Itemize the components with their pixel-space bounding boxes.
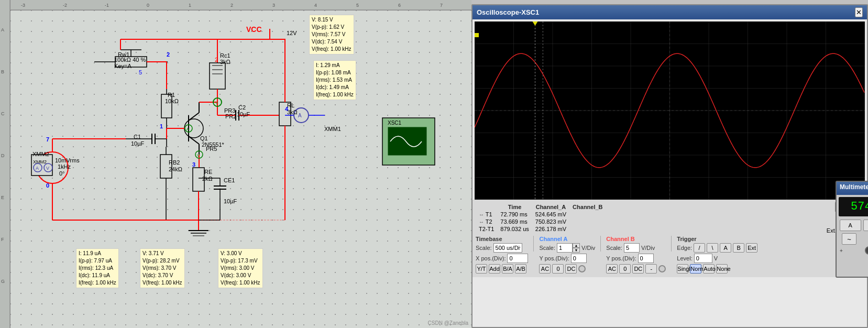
osc-settings-row: Timebase Scale: X pos.(Div): Y/T Add B/A…	[476, 236, 864, 274]
rl-value: 3kΩ	[287, 109, 298, 115]
timebase-scale-label: Scale:	[476, 245, 492, 251]
cha-ac-btn[interactable]: AC	[539, 264, 551, 274]
mm-title-bar: Multimeter-XMM1 ✕	[837, 182, 868, 195]
chb-scale-input[interactable]	[624, 243, 640, 253]
trigger-section: Trigger Edge: / \ A B Ext Level: V	[677, 236, 757, 274]
svg-text:C: C	[1, 111, 5, 116]
svg-text:1: 1	[160, 123, 163, 129]
cha-zero-btn[interactable]: 0	[552, 264, 564, 274]
svg-text:5: 5	[356, 3, 359, 8]
t2t1-label: T2-T1	[476, 225, 497, 233]
t2-time: 73.669 ms	[497, 218, 532, 225]
t1-label: T1	[486, 211, 492, 217]
vcc-value: 12V	[287, 30, 297, 36]
trigger-edge-b[interactable]: B	[733, 243, 744, 253]
credits: CSDN @Zanebla	[428, 320, 468, 326]
trigger-level-input[interactable]	[694, 254, 712, 263]
rl-label: RL	[287, 102, 294, 108]
chb-zero-btn[interactable]: 0	[619, 264, 631, 274]
cha-scale-input[interactable]	[557, 243, 573, 253]
mm-terminals: + —	[837, 246, 868, 255]
chb-scale-label: Scale:	[606, 245, 622, 251]
oscilloscope-panel: Oscilloscope-XSC1 ✕ Time Channel_A Chann…	[471, 4, 868, 328]
yt-btn[interactable]: Y/T	[476, 264, 487, 274]
t2-arrows: ↔	[479, 219, 484, 225]
rw1-value: 100kΩ 40 %	[114, 57, 146, 63]
cha-indicator	[578, 265, 586, 272]
tooltip-v-re: V: 3.00 V V(p-p): 17.3 mV V(rms): 3.00 V…	[218, 248, 263, 288]
svg-text:2: 2	[230, 3, 233, 8]
trigger-header: Trigger	[677, 236, 757, 242]
mm-btn-a[interactable]: A	[840, 220, 861, 231]
t2-label: T2	[486, 218, 492, 225]
timebase-xpos-input[interactable]	[507, 254, 528, 263]
xmm2-label: XMM2	[32, 151, 49, 157]
svg-text:0: 0	[46, 182, 49, 189]
osc-measurements-row: Time Channel_A Channel_B ↔ T1 72.790 ms …	[476, 202, 864, 234]
svg-text:3: 3	[192, 161, 195, 168]
cha-dc-btn[interactable]: DC	[565, 264, 577, 274]
ba-btn[interactable]: B/A	[502, 264, 513, 274]
chb-ypos-label: Y pos.(Div):	[606, 255, 636, 261]
mm-btn-v[interactable]: V	[863, 220, 869, 231]
trigger-edge-a[interactable]: A	[720, 243, 731, 253]
trigger-normal-btn[interactable]: Normal	[690, 264, 701, 274]
ab-btn[interactable]: A/B	[515, 264, 526, 274]
trigger-auto-btn[interactable]: Auto	[703, 264, 715, 274]
t1-time: 72.790 ms	[497, 211, 532, 218]
rb2-value: 24kΩ	[169, 166, 182, 172]
svg-text:7: 7	[46, 136, 49, 143]
mm-ac-mode[interactable]: ~	[842, 233, 856, 245]
osc-close-button[interactable]: ✕	[855, 7, 863, 17]
tooltip-v-rb2: V: 3.71 V V(p-p): 28.2 mV V(rms): 3.70 V…	[140, 248, 185, 288]
cha-scale-unit: V/Div	[581, 245, 595, 251]
svg-text:B: B	[1, 69, 4, 74]
timebase-header: Timebase	[476, 236, 528, 242]
trigger-edge-fall[interactable]: \	[707, 243, 718, 253]
t2t1-row: T2-T1 879.032 us 226.178 mV	[476, 225, 606, 233]
chb-minus-btn[interactable]: -	[645, 264, 657, 274]
rb2-label: RB2	[169, 159, 180, 166]
timebase-scale-input[interactable]	[493, 243, 522, 253]
svg-text:G: G	[1, 279, 5, 284]
svg-text:D: D	[1, 153, 5, 158]
t2-row: ↔ T2 73.669 ms 750.823 mV	[476, 218, 606, 225]
chb-ypos-input[interactable]	[638, 254, 654, 263]
tooltip-current-node: I: 1.29 mA I(p-p): 1.08 mA I(rms): 1.53 …	[313, 60, 356, 100]
svg-text:E: E	[1, 195, 4, 200]
trigger-single-btn[interactable]: Single	[677, 264, 688, 274]
chb-dc-btn[interactable]: DC	[632, 264, 644, 274]
svg-rect-23	[210, 63, 225, 89]
c1-label: C1	[134, 134, 141, 140]
cha-scale-spinbox: ▲ ▼	[557, 243, 580, 253]
t1-chb	[569, 211, 606, 218]
svg-text:4: 4	[314, 3, 317, 8]
trigger-none-btn[interactable]: None	[716, 264, 728, 274]
mm-plus-terminal[interactable]	[865, 246, 868, 255]
svg-text:-1: -1	[105, 3, 109, 8]
divider-2	[600, 236, 601, 252]
osc-title-bar: Oscilloscope-XSC1 ✕	[473, 5, 867, 19]
add-btn[interactable]: Add	[489, 264, 500, 274]
chb-ac-btn[interactable]: AC	[606, 264, 618, 274]
chb-indicator	[658, 265, 666, 272]
mm-title-text: Multimeter-XMM1	[840, 183, 868, 193]
measurements-table: Time Channel_A Channel_B ↔ T1 72.790 ms …	[476, 203, 606, 233]
t1-row: ↔ T1 72.790 ms 524.645 mV	[476, 211, 606, 218]
svg-text:V: V	[197, 154, 200, 157]
cha-scale-arrows: ▲ ▼	[573, 243, 580, 253]
cha-ypos-input[interactable]	[571, 254, 587, 263]
trigger-edge-rise[interactable]: /	[694, 243, 705, 253]
cha-scale-label: Scale:	[539, 245, 555, 251]
rw1-key: Key=A	[114, 63, 131, 69]
cha-scale-down[interactable]: ▼	[573, 248, 580, 253]
mm-mode-buttons: A V Ω dB	[837, 218, 868, 232]
trigger-edge-ext[interactable]: Ext	[746, 243, 757, 253]
v1-freq: 1kHz	[58, 163, 71, 170]
trigger-level-unit: V	[714, 255, 718, 261]
ce1-value: 10µF	[224, 198, 237, 204]
tooltip-vcc-node: V: 8.15 V V(p-p): 1.62 V V(rms): 7.57 V …	[309, 15, 354, 54]
cha-scale-up[interactable]: ▲	[573, 243, 580, 248]
tooltip-i-bottom: I: 11.9 uA I(p-p): 7.97 uA I(rms): 12.3 …	[76, 248, 119, 288]
timebase-section: Timebase Scale: X pos.(Div): Y/T Add B/A…	[476, 236, 528, 274]
